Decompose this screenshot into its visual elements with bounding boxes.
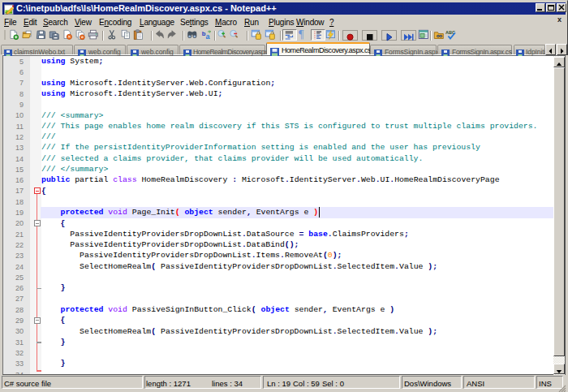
svg-text:a: a bbox=[206, 32, 211, 41]
